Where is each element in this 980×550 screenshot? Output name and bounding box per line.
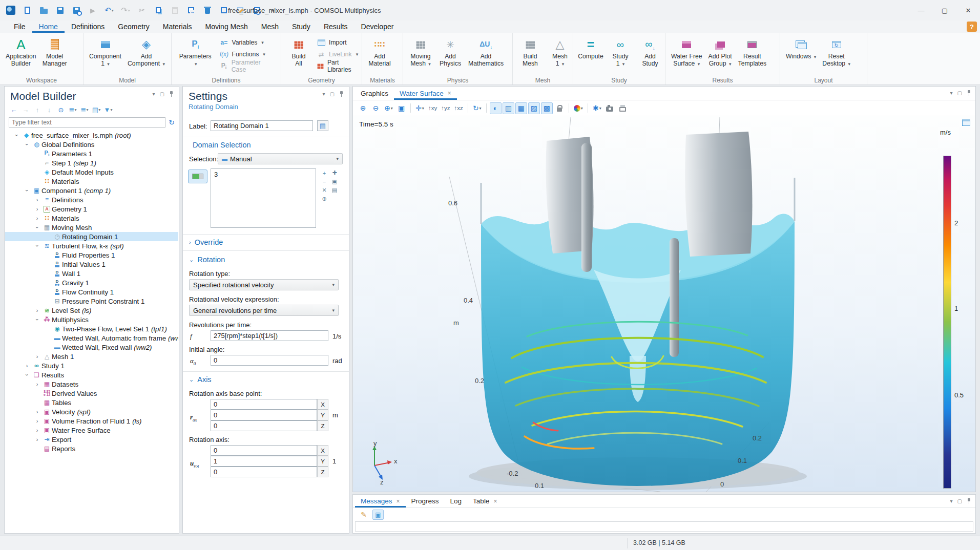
ribbon-button-functions[interactable]: f(x)Functions▾ xyxy=(217,49,278,60)
undo-icon[interactable]: ↶▾ xyxy=(103,5,115,16)
view-xy-icon[interactable]: ↑xy xyxy=(427,102,439,114)
ribbon-button-part-libraries[interactable]: Part Libraries xyxy=(314,60,361,72)
ribbon-tab-study[interactable]: Study xyxy=(285,20,317,33)
ribbon-button-add-mathematics[interactable]: ΔU↓Add Mathematics xyxy=(466,35,506,69)
refresh-icon[interactable]: ↻ xyxy=(169,118,175,126)
rename-icon[interactable]: ▤ xyxy=(317,120,328,131)
remove-from-selection-icon[interactable]: − xyxy=(319,177,329,186)
info-tab-table[interactable]: Table× xyxy=(467,495,503,507)
ribbon-tab-results[interactable]: Results xyxy=(317,20,355,33)
tree-expander-icon[interactable]: › xyxy=(32,409,42,415)
tree-node-level-set[interactable]: ›≋Level Set(ls) xyxy=(5,306,178,315)
tree-filter-input[interactable] xyxy=(9,117,165,128)
panel-pin-icon[interactable] xyxy=(339,91,344,97)
tree-expander-icon[interactable]: › xyxy=(32,427,42,433)
ribbon-button-study-1[interactable]: ∞Study 1 ▾ xyxy=(606,35,635,69)
ribbon-tab-moving-mesh[interactable]: Moving Mesh xyxy=(199,20,255,33)
redo-icon[interactable]: ↷▾ xyxy=(120,5,131,16)
tree-node-derived-values[interactable]: 8.85e-12Derived Values xyxy=(5,389,178,398)
tree-node-datasets[interactable]: ›▦Datasets xyxy=(5,379,178,389)
ribbon-button-build-all[interactable]: Build All xyxy=(284,35,313,69)
graphics-tab-water-surface[interactable]: Water Surface× xyxy=(394,87,457,100)
ribbon-button-parameter-case[interactable]: PiParameter Case xyxy=(217,60,278,72)
tree-node-tables[interactable]: ▦Tables xyxy=(5,398,178,407)
tree-expander-icon[interactable]: › xyxy=(32,353,42,359)
axis-x-button[interactable]: X xyxy=(317,445,328,456)
domain-selection-list[interactable]: 3 xyxy=(211,168,316,228)
show-icon[interactable]: ⊙ xyxy=(56,104,66,115)
ribbon-button-add-plot-group[interactable]: Add Plot Group ▾ xyxy=(706,35,735,69)
initial-angle-input[interactable]: 0 xyxy=(211,355,328,366)
maximize-button[interactable]: ▢ xyxy=(933,0,956,20)
tree-expander-icon[interactable]: › xyxy=(32,197,42,203)
tree-node-mesh-1[interactable]: ›△Mesh 1 xyxy=(5,352,178,361)
tree-node-initial-values-1[interactable]: DInitial Values 1 xyxy=(5,260,178,269)
tree-expander-icon[interactable]: › xyxy=(32,206,42,212)
section-axis[interactable]: ⌄Axis xyxy=(189,375,212,384)
paste-icon[interactable] xyxy=(169,5,180,16)
close-icon[interactable]: × xyxy=(448,90,451,97)
tree-expander-icon[interactable]: › xyxy=(32,215,42,221)
cut-icon[interactable]: ✂ xyxy=(136,5,148,16)
ribbon-button-result-templates[interactable]: Result Templates xyxy=(736,35,769,69)
graphics-tab-graphics[interactable]: Graphics xyxy=(355,87,394,100)
ribbon-button-livelink[interactable]: ⇄LiveLink▾ xyxy=(314,49,361,60)
rotation-type-dropdown[interactable]: Specified rotational velocity▾ xyxy=(189,279,339,290)
ribbon-button-variables[interactable]: a=Variables▾ xyxy=(217,37,278,48)
tree-node-parameters-1[interactable]: PiParameters 1 xyxy=(5,149,178,158)
ribbon-button-import[interactable]: Import xyxy=(314,37,361,48)
zoom-box-icon[interactable]: ⊕▾ xyxy=(383,102,394,114)
plot-settings-icon[interactable]: ✱▾ xyxy=(591,102,603,114)
copy-log-icon[interactable]: ▣ xyxy=(372,510,384,520)
collapse-all-icon[interactable]: ≣▾ xyxy=(79,104,90,115)
axis-z-button[interactable]: Z xyxy=(317,467,328,477)
ribbon-button-add-material[interactable]: ∷∷Add Material xyxy=(365,35,394,69)
base-point-y-input[interactable]: 0 xyxy=(211,410,317,420)
tree-node-fluid-properties-1[interactable]: DFluid Properties 1 xyxy=(5,250,178,260)
ribbon-button-model-manager[interactable]: Model Manager xyxy=(40,35,70,69)
revolutions-per-time-input[interactable]: 275[rpm]*step1(t[1/s]) xyxy=(211,330,328,341)
base-point-x-input[interactable]: 0 xyxy=(211,399,317,410)
ribbon-tab-definitions[interactable]: Definitions xyxy=(65,20,111,33)
move-up-icon[interactable]: ↑ xyxy=(32,104,43,115)
tree-node-velocity[interactable]: ›▣Velocity(spf) xyxy=(5,407,178,416)
transparency-icon[interactable]: ▥ xyxy=(503,102,514,114)
tree-node-two-phase-flow-level-set-1[interactable]: ◉Two-Phase Flow, Level Set 1(tpf1) xyxy=(5,324,178,333)
axis-z-button[interactable]: Z xyxy=(317,420,328,431)
selection-dropdown[interactable]: ▬Manual▾ xyxy=(218,153,343,164)
rotation-axis-z-input[interactable]: 0 xyxy=(211,467,317,477)
delete-icon[interactable] xyxy=(202,5,213,16)
ribbon-button-moving-mesh[interactable]: Moving Mesh ▾ xyxy=(406,35,435,69)
help-button[interactable]: ? xyxy=(967,22,977,32)
tree-node-wetted-wall-automatic-from-frame[interactable]: ▬Wetted Wall, Automatic from frame(ww 1) xyxy=(5,333,178,343)
graphics-canvas[interactable]: Time=5.5 s m/s y x z 210.50.60.4m0.2-0.2… xyxy=(353,116,975,492)
model-tree-columns-icon[interactable]: ▤▾ xyxy=(91,104,101,115)
tree-node-global-definitions[interactable]: ›◍Global Definitions xyxy=(5,140,178,149)
show-material-color-icon[interactable]: ▨ xyxy=(528,102,540,114)
zoom-in-icon[interactable]: ⊕ xyxy=(357,102,369,114)
filter-icon[interactable]: ▼▾ xyxy=(103,104,113,115)
tree-expander-icon[interactable]: › xyxy=(32,418,42,424)
view-lock-icon[interactable] xyxy=(554,102,566,114)
tree-node-component-1[interactable]: ›▣Component 1(comp 1) xyxy=(5,186,178,195)
active-selection-toggle[interactable] xyxy=(188,170,207,183)
ribbon-button-parameters[interactable]: PiParameters ▾ xyxy=(175,35,216,69)
ribbon-button-add-physics[interactable]: ✳Add Physics xyxy=(436,35,465,69)
info-tab-log[interactable]: Log xyxy=(445,495,468,507)
tree-node-turbulent-flow-k-[interactable]: ›≋Turbulent Flow, k-ε(spf) xyxy=(5,241,178,250)
tree-node-free-surface-mixer-ls-mph[interactable]: ›◆free_surface_mixer_ls.mph(root) xyxy=(5,131,178,140)
color-theme-icon[interactable]: ▾ xyxy=(572,102,585,114)
new-file-icon[interactable] xyxy=(22,5,33,16)
tree-node-volume-fraction-of-fluid-1[interactable]: ›▣Volume Fraction of Fluid 1(ls) xyxy=(5,416,178,426)
open-icon[interactable] xyxy=(38,5,49,16)
panel-pin-icon[interactable] xyxy=(967,498,971,504)
zoom-to-selection-icon[interactable]: ⊕ xyxy=(319,195,329,203)
panel-menu-icon[interactable]: ▾ xyxy=(323,91,325,97)
tree-expander-icon[interactable]: › xyxy=(32,243,42,249)
base-point-z-input[interactable]: 0 xyxy=(211,420,317,431)
forward-icon[interactable]: → xyxy=(20,104,31,115)
go-to-default-view-icon[interactable]: ✛▾ xyxy=(414,102,426,114)
tree-node-geometry-1[interactable]: ›AGeometry 1 xyxy=(5,204,178,214)
ribbon-button-application-builder[interactable]: AApplication Builder xyxy=(3,35,39,69)
copy-icon[interactable] xyxy=(153,5,164,16)
